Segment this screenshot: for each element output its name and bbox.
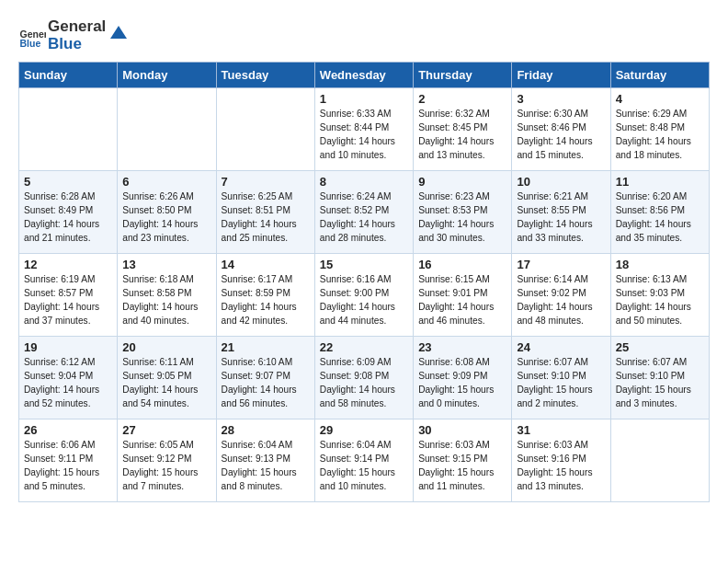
day-info: Sunrise: 6:03 AM Sunset: 9:15 PM Dayligh… [418,439,506,493]
calendar-day-cell: 22Sunrise: 6:09 AM Sunset: 9:08 PM Dayli… [314,337,413,419]
day-info: Sunrise: 6:11 AM Sunset: 9:05 PM Dayligh… [122,356,210,410]
calendar-day-cell: 28Sunrise: 6:04 AM Sunset: 9:13 PM Dayli… [216,419,314,502]
day-info: Sunrise: 6:07 AM Sunset: 9:10 PM Dayligh… [616,356,704,410]
day-info: Sunrise: 6:18 AM Sunset: 8:58 PM Dayligh… [122,273,210,327]
day-number: 30 [418,423,506,437]
day-number: 27 [122,423,210,437]
day-number: 6 [122,175,210,189]
calendar-day-cell: 14Sunrise: 6:17 AM Sunset: 8:59 PM Dayli… [216,254,314,337]
day-info: Sunrise: 6:33 AM Sunset: 8:44 PM Dayligh… [320,108,408,162]
day-number: 19 [24,340,112,354]
day-number: 11 [616,175,704,189]
day-number: 14 [222,258,310,271]
calendar-day-cell: 4Sunrise: 6:29 AM Sunset: 8:48 PM Daylig… [610,88,709,171]
day-number: 29 [320,423,408,437]
calendar-week-row: 12Sunrise: 6:19 AM Sunset: 8:57 PM Dayli… [19,254,710,337]
calendar-day-cell: 31Sunrise: 6:03 AM Sunset: 9:16 PM Dayli… [512,419,610,502]
day-number: 4 [616,92,704,106]
svg-marker-2 [110,26,127,39]
calendar-week-row: 1Sunrise: 6:33 AM Sunset: 8:44 PM Daylig… [19,88,710,171]
page-header: General Blue General Blue [18,18,710,52]
day-number: 13 [122,258,210,271]
day-number: 15 [320,258,408,271]
calendar-day-cell: 21Sunrise: 6:10 AM Sunset: 9:07 PM Dayli… [216,337,314,419]
calendar-day-cell: 8Sunrise: 6:24 AM Sunset: 8:52 PM Daylig… [314,171,413,254]
calendar-day-cell: 27Sunrise: 6:05 AM Sunset: 9:12 PM Dayli… [118,419,216,502]
day-header-saturday: Saturday [610,63,709,88]
empty-cell [610,419,709,502]
day-info: Sunrise: 6:30 AM Sunset: 8:46 PM Dayligh… [517,108,605,162]
day-info: Sunrise: 6:07 AM Sunset: 9:10 PM Dayligh… [517,356,605,410]
day-number: 1 [320,92,408,106]
calendar-header-row: SundayMondayTuesdayWednesdayThursdayFrid… [19,63,710,88]
day-info: Sunrise: 6:24 AM Sunset: 8:52 PM Dayligh… [320,190,408,245]
day-number: 26 [24,423,112,437]
calendar-day-cell: 23Sunrise: 6:08 AM Sunset: 9:09 PM Dayli… [414,337,512,419]
day-number: 20 [122,340,210,354]
day-info: Sunrise: 6:28 AM Sunset: 8:49 PM Dayligh… [24,190,112,245]
day-header-monday: Monday [118,63,216,88]
day-info: Sunrise: 6:09 AM Sunset: 9:08 PM Dayligh… [320,356,408,410]
calendar-day-cell: 5Sunrise: 6:28 AM Sunset: 8:49 PM Daylig… [19,171,118,254]
day-number: 31 [517,423,605,437]
calendar-day-cell: 20Sunrise: 6:11 AM Sunset: 9:05 PM Dayli… [118,337,216,419]
calendar-day-cell: 2Sunrise: 6:32 AM Sunset: 8:45 PM Daylig… [414,88,512,171]
day-header-tuesday: Tuesday [216,63,314,88]
day-info: Sunrise: 6:23 AM Sunset: 8:53 PM Dayligh… [418,190,506,245]
logo: General Blue General Blue [18,18,129,52]
day-number: 8 [320,175,408,189]
calendar-week-row: 5Sunrise: 6:28 AM Sunset: 8:49 PM Daylig… [19,171,710,254]
day-info: Sunrise: 6:04 AM Sunset: 9:13 PM Dayligh… [222,439,310,493]
day-number: 17 [517,258,605,271]
calendar-day-cell: 9Sunrise: 6:23 AM Sunset: 8:53 PM Daylig… [414,171,512,254]
calendar-day-cell: 30Sunrise: 6:03 AM Sunset: 9:15 PM Dayli… [414,419,512,502]
day-number: 7 [222,175,310,189]
calendar-day-cell: 7Sunrise: 6:25 AM Sunset: 8:51 PM Daylig… [216,171,314,254]
day-info: Sunrise: 6:26 AM Sunset: 8:50 PM Dayligh… [122,190,210,245]
day-number: 23 [418,340,506,354]
day-number: 16 [418,258,506,271]
calendar-week-row: 19Sunrise: 6:12 AM Sunset: 9:04 PM Dayli… [19,337,710,419]
day-number: 9 [418,175,506,189]
logo-icon: General Blue [18,22,46,50]
calendar-day-cell: 11Sunrise: 6:20 AM Sunset: 8:56 PM Dayli… [610,171,709,254]
day-info: Sunrise: 6:20 AM Sunset: 8:56 PM Dayligh… [616,190,704,245]
day-info: Sunrise: 6:25 AM Sunset: 8:51 PM Dayligh… [222,190,310,245]
day-number: 24 [517,340,605,354]
day-info: Sunrise: 6:15 AM Sunset: 9:01 PM Dayligh… [418,273,506,327]
day-number: 3 [517,92,605,106]
calendar-day-cell: 15Sunrise: 6:16 AM Sunset: 9:00 PM Dayli… [314,254,413,337]
day-info: Sunrise: 6:17 AM Sunset: 8:59 PM Dayligh… [222,273,310,327]
empty-cell [216,88,314,171]
day-info: Sunrise: 6:32 AM Sunset: 8:45 PM Dayligh… [418,108,506,162]
day-header-wednesday: Wednesday [314,63,413,88]
day-number: 5 [24,175,112,189]
calendar-day-cell: 25Sunrise: 6:07 AM Sunset: 9:10 PM Dayli… [610,337,709,419]
empty-cell [118,88,216,171]
day-number: 2 [418,92,506,106]
calendar-day-cell: 10Sunrise: 6:21 AM Sunset: 8:55 PM Dayli… [512,171,610,254]
calendar-day-cell: 26Sunrise: 6:06 AM Sunset: 9:11 PM Dayli… [19,419,118,502]
logo-blue: Blue [48,36,106,53]
calendar-day-cell: 6Sunrise: 6:26 AM Sunset: 8:50 PM Daylig… [118,171,216,254]
day-number: 28 [222,423,310,437]
day-number: 10 [517,175,605,189]
calendar-day-cell: 29Sunrise: 6:04 AM Sunset: 9:14 PM Dayli… [314,419,413,502]
day-number: 22 [320,340,408,354]
calendar-day-cell: 3Sunrise: 6:30 AM Sunset: 8:46 PM Daylig… [512,88,610,171]
day-header-thursday: Thursday [414,63,512,88]
logo-arrow-icon [108,22,129,42]
calendar-day-cell: 17Sunrise: 6:14 AM Sunset: 9:02 PM Dayli… [512,254,610,337]
day-info: Sunrise: 6:29 AM Sunset: 8:48 PM Dayligh… [616,108,704,162]
empty-cell [19,88,118,171]
calendar-table: SundayMondayTuesdayWednesdayThursdayFrid… [18,62,710,502]
calendar-day-cell: 18Sunrise: 6:13 AM Sunset: 9:03 PM Dayli… [610,254,709,337]
day-info: Sunrise: 6:14 AM Sunset: 9:02 PM Dayligh… [517,273,605,327]
day-header-friday: Friday [512,63,610,88]
calendar-day-cell: 19Sunrise: 6:12 AM Sunset: 9:04 PM Dayli… [19,337,118,419]
day-number: 21 [222,340,310,354]
day-info: Sunrise: 6:19 AM Sunset: 8:57 PM Dayligh… [24,273,112,327]
calendar-day-cell: 24Sunrise: 6:07 AM Sunset: 9:10 PM Dayli… [512,337,610,419]
day-info: Sunrise: 6:08 AM Sunset: 9:09 PM Dayligh… [418,356,506,410]
logo-general: General [48,18,106,36]
